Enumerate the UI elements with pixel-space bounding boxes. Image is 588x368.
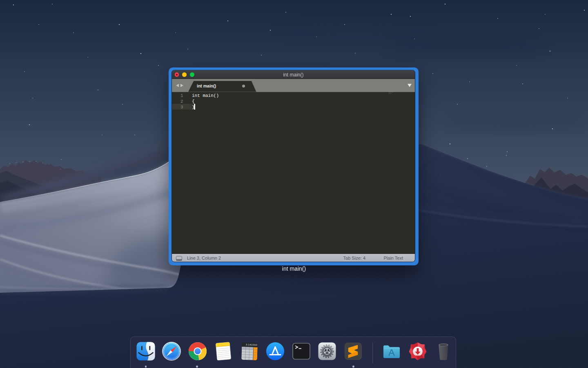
svg-text:3.141593: 3.141593 bbox=[245, 343, 257, 346]
